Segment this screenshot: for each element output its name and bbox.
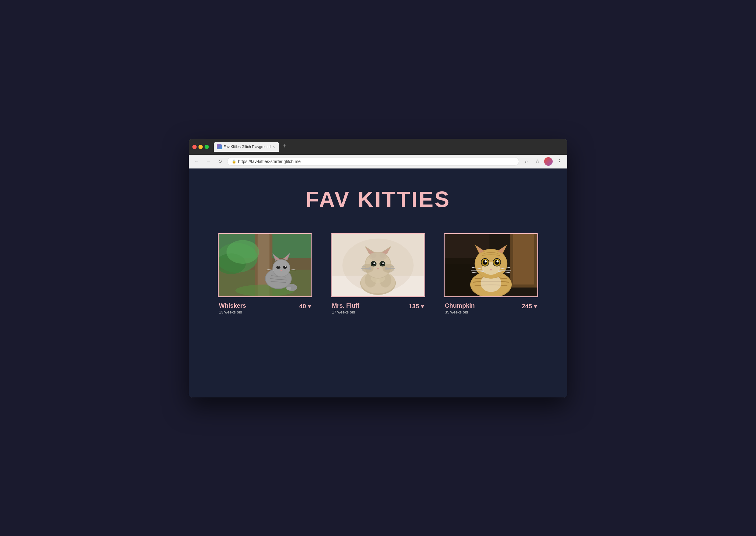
cat-name-mrs-fluff: Mrs. Fluff (332, 302, 360, 309)
browser-window: Fav Kitties Glitch Playground × + ← → ↻ … (189, 139, 567, 397)
navigation-bar: ← → ↻ 🔒 https://fav-kitties-starter.glit… (189, 155, 567, 169)
svg-point-88 (485, 260, 487, 262)
tab-favicon (217, 144, 222, 149)
cat-name-age-mrs-fluff: Mrs. Fluff 17 weeks old (332, 302, 360, 315)
cat-votes-whiskers[interactable]: 40 ♥ (299, 303, 311, 310)
active-tab[interactable]: Fav Kitties Glitch Playground × (214, 142, 279, 152)
cat-card-chumpkin: Chumpkin 35 weeks old 245 ♥ (444, 233, 538, 315)
back-button[interactable]: ← (192, 157, 201, 166)
cat-card-whiskers: Whiskers 13 weeks old 40 ♥ (218, 233, 312, 315)
vote-count-whiskers: 40 (299, 303, 306, 310)
nav-actions: ⌕ ☆ ⋮ (522, 157, 564, 166)
svg-point-7 (226, 240, 259, 264)
title-bar: Fav Kitties Glitch Playground × + (189, 139, 567, 155)
svg-point-51 (380, 253, 385, 258)
page-content: FAV KITTIES (189, 169, 567, 397)
vote-count-chumpkin: 245 (522, 303, 532, 310)
tab-title: Fav Kitties Glitch Playground (223, 145, 270, 149)
cat-age-mrs-fluff: 17 weeks old (332, 310, 360, 315)
bookmark-icon[interactable]: ☆ (533, 157, 542, 166)
svg-point-32 (287, 286, 291, 290)
svg-point-24 (278, 266, 279, 267)
browser-chrome: Fav Kitties Glitch Playground × + ← → ↻ … (189, 139, 567, 169)
cat-age-chumpkin: 35 weeks old (445, 310, 475, 315)
svg-point-25 (285, 266, 286, 267)
cat-info-whiskers: Whiskers 13 weeks old 40 ♥ (218, 302, 312, 315)
menu-icon[interactable]: ⋮ (555, 157, 564, 166)
cat-votes-mrs-fluff[interactable]: 135 ♥ (409, 303, 424, 310)
cat-votes-chumpkin[interactable]: 245 ♥ (522, 303, 537, 310)
svg-point-59 (382, 262, 384, 264)
forward-button[interactable]: → (204, 157, 213, 166)
cat-age-whiskers: 13 weeks old (219, 310, 246, 315)
cat-image-chumpkin (444, 233, 538, 297)
cats-grid: Whiskers 13 weeks old 40 ♥ (218, 233, 538, 315)
vote-count-mrs-fluff: 135 (409, 303, 419, 310)
cat-card-mrs-fluff: Mrs. Fluff 17 weeks old 135 ♥ (331, 233, 425, 315)
cat-name-whiskers: Whiskers (219, 302, 246, 309)
heart-icon-whiskers: ♥ (308, 303, 311, 310)
lock-icon: 🔒 (232, 159, 236, 164)
cat-image-mrs-fluff (331, 233, 425, 297)
svg-point-50 (371, 253, 376, 258)
new-tab-button[interactable]: + (280, 142, 289, 151)
svg-point-15 (273, 260, 290, 276)
svg-point-89 (497, 260, 498, 262)
maximize-button[interactable] (205, 145, 209, 149)
traffic-lights (192, 145, 209, 149)
page-title: FAV KITTIES (306, 187, 451, 212)
tab-close-button[interactable]: × (272, 145, 275, 149)
close-button[interactable] (192, 145, 197, 149)
address-bar[interactable]: 🔒 https://fav-kitties-starter.glitch.me (227, 157, 519, 166)
heart-icon-chumpkin: ♥ (534, 303, 537, 310)
minimize-button[interactable] (198, 145, 203, 149)
user-avatar[interactable] (544, 157, 553, 166)
cat-image-whiskers (218, 233, 312, 297)
cat-name-chumpkin: Chumpkin (445, 302, 475, 309)
cat-info-mrs-fluff: Mrs. Fluff 17 weeks old 135 ♥ (331, 302, 425, 315)
cat-info-chumpkin: Chumpkin 35 weeks old 245 ♥ (444, 302, 538, 315)
svg-rect-70 (513, 234, 534, 285)
refresh-button[interactable]: ↻ (216, 157, 224, 166)
url-text: https://fav-kitties-starter.glitch.me (238, 159, 514, 164)
cat-name-age-whiskers: Whiskers 13 weeks old (219, 302, 246, 315)
heart-icon-mrs-fluff: ♥ (421, 303, 424, 310)
svg-point-58 (373, 262, 375, 264)
search-icon[interactable]: ⌕ (522, 157, 531, 166)
cat-name-age-chumpkin: Chumpkin 35 weeks old (445, 302, 475, 315)
